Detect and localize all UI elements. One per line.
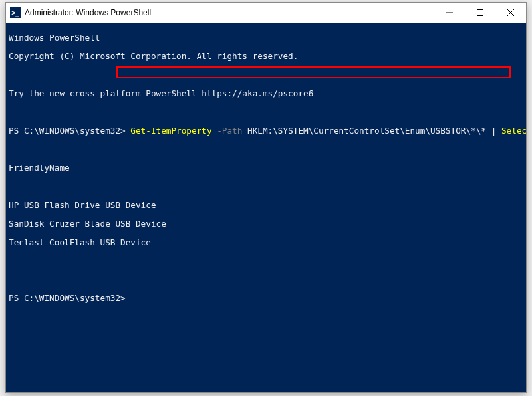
param: -Path <box>212 126 243 136</box>
window-title: Administrator: Windows PowerShell <box>25 8 434 17</box>
close-icon <box>507 9 514 16</box>
pipe: | <box>486 126 501 136</box>
banner-line: Windows PowerShell <box>9 33 523 43</box>
close-button[interactable] <box>495 3 526 23</box>
prompt-line: PS C:\WINDOWS\system32> <box>9 294 523 303</box>
output-row: Teclast CoolFlash USB Device <box>9 238 523 247</box>
minimize-button[interactable] <box>434 3 465 23</box>
app-icon: >_ <box>10 7 21 18</box>
cmdlet: Get-ItemProperty <box>130 126 211 136</box>
blank-line <box>9 275 523 284</box>
command-line: PS C:\WINDOWS\system32> Get-ItemProperty… <box>9 126 523 136</box>
blank-line <box>9 108 523 117</box>
banner-line: Try the new cross-platform PowerShell ht… <box>9 89 523 98</box>
blank-line <box>9 145 523 154</box>
svg-rect-1 <box>477 10 483 16</box>
arg: HKLM:\SYSTEM\CurrentControlSet\Enum\USBS… <box>242 126 486 136</box>
window-controls <box>434 3 526 23</box>
output-header: FriendlyName <box>9 163 523 173</box>
output-row: HP USB Flash Drive USB Device <box>9 201 523 210</box>
blank-line <box>9 256 523 266</box>
minimize-icon <box>446 9 453 16</box>
output-row: SanDisk Cruzer Blade USB Device <box>9 219 523 229</box>
banner-line: Copyright (C) Microsoft Corporation. All… <box>9 52 523 61</box>
blank-line <box>9 70 523 80</box>
maximize-button[interactable] <box>465 3 495 23</box>
terminal-area[interactable]: Windows PowerShell Copyright (C) Microso… <box>6 23 526 392</box>
output-separator: ------------ <box>9 182 523 191</box>
powershell-window: >_ Administrator: Windows PowerShell Win… <box>5 2 527 393</box>
titlebar[interactable]: >_ Administrator: Windows PowerShell <box>6 3 526 23</box>
prompt: PS C:\WINDOWS\system32> <box>9 126 130 136</box>
cmdlet: Select <box>501 126 526 136</box>
maximize-icon <box>477 9 483 16</box>
